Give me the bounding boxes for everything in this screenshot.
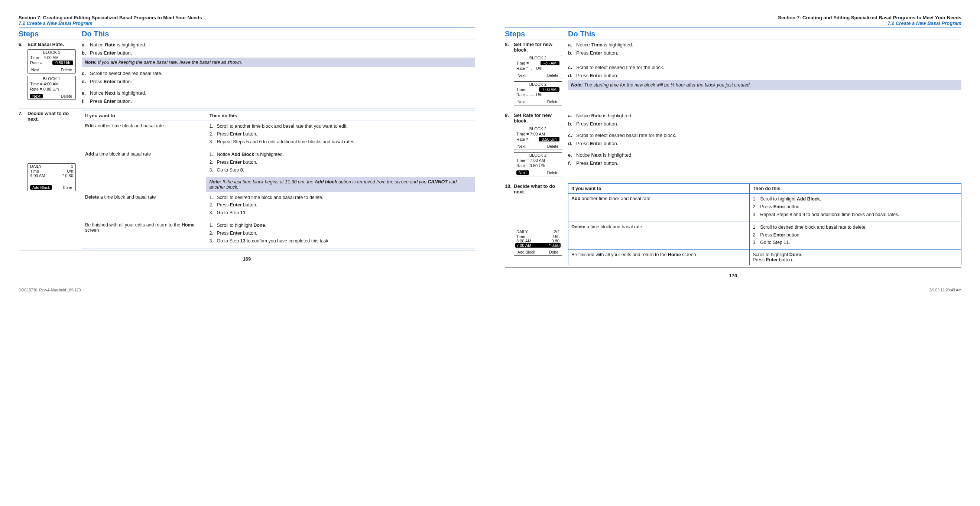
header-rule	[19, 27, 475, 27]
step-number: 6.	[19, 41, 27, 47]
column-headers: Steps Do This	[19, 30, 475, 40]
print-footer: DOC15736_Rev-A-Man.indd 169-170 2/9/09 1…	[19, 288, 961, 292]
step-title: Edit Basal Rate.	[27, 41, 64, 47]
step-title: Set Time for new block.	[514, 41, 564, 53]
decision-table: If you want toThen do this Add another t…	[568, 183, 961, 265]
step-title: Decide what to do next.	[514, 183, 564, 195]
step-6: 6. Edit Basal Rate. BLOCK 1 Time = 4:00 …	[19, 40, 475, 108]
header-rule	[505, 27, 961, 27]
note-box: Note: If the last time block begins at 1…	[206, 177, 475, 192]
step-title: Decide what to do next.	[27, 111, 78, 122]
decision-table: If you want toThen do this Edit another …	[82, 111, 475, 248]
step-number: 9.	[505, 113, 514, 124]
steps-column-title: Steps	[19, 30, 82, 39]
step-number: 10.	[505, 183, 514, 195]
subsection-header: 7.2 Create a New Basal Program	[19, 21, 475, 26]
footer-timestamp: 2/9/09 11:29:49 AM	[929, 288, 961, 292]
device-screenshot: BLOCK 2 Time = 7:00 AM Rate =0.50 U/h Ne…	[514, 126, 562, 150]
note-box: Note: If you are keeping the same basal …	[82, 57, 475, 67]
footer-file: DOC15736_Rev-A-Man.indd 169-170	[19, 288, 81, 292]
device-screenshot: BLOCK 2 Time =7:00 AM Rate = -.-- U/h Ne…	[514, 81, 562, 105]
device-screenshot: BLOCK 1 Time = 4:00 AM Rate = 0.80 U/h N…	[27, 76, 76, 100]
section-header: Section 7: Creating and Editing Speciali…	[505, 15, 961, 21]
step-9: 9. Set Rate for new block. BLOCK 2 Time …	[505, 110, 961, 181]
step-10: 10. Decide what to do next. DAILY2/2 Tim…	[505, 181, 961, 268]
subsection-header: 7.2 Create a New Basal Program	[505, 21, 961, 26]
dothis-column-title: Do This	[568, 30, 961, 39]
page-number: 169	[19, 256, 475, 262]
step-number: 8.	[505, 41, 514, 53]
step-8: 8. Set Time for new block. BLOCK 2 Time …	[505, 40, 961, 110]
note-box: Note: The starting time for the new bloc…	[568, 80, 961, 90]
steps-column-title: Steps	[505, 30, 568, 39]
step-7: 7. Decide what to do next. DAILY1 TimeU/…	[19, 108, 475, 251]
step-title: Set Rate for new block.	[514, 113, 564, 124]
dothis-column-title: Do This	[82, 30, 475, 39]
page-number: 170	[505, 273, 961, 278]
section-header: Section 7: Creating and Editing Speciali…	[19, 15, 475, 21]
device-screenshot: BLOCK 1 Time = 4:00 AM Rate =0.80 U/h Ne…	[27, 49, 76, 73]
device-screenshot: DAILY2/2 TimeU/h 3:00 AM0.80 7:00 AM* 0.…	[514, 229, 562, 256]
device-screenshot: BLOCK 2 Time = 7:00 AM Rate = 0.50 U/h N…	[514, 152, 562, 176]
device-screenshot: DAILY1 TimeU/h 4:00 AM* 0.80 Add BlockDo…	[27, 163, 76, 191]
step-number: 7.	[19, 111, 27, 122]
page-169: Section 7: Creating and Editing Speciali…	[19, 15, 475, 278]
device-screenshot: BLOCK 2 Time =--:-- AM Rate = -.-- U/h N…	[514, 55, 562, 79]
page-170: Section 7: Creating and Editing Speciali…	[505, 15, 961, 278]
column-headers: Steps Do This	[505, 30, 961, 40]
